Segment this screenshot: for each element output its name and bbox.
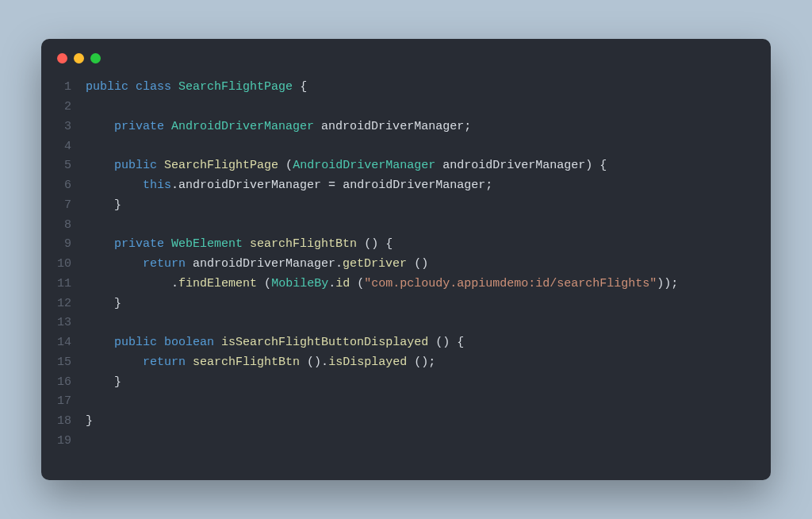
token-method: findElement — [178, 277, 257, 290]
code-line[interactable] — [86, 98, 678, 117]
token-punct: () — [364, 237, 378, 251]
token-sp — [335, 179, 343, 192]
line-number: 3 — [57, 117, 71, 137]
token-punct: } — [114, 375, 121, 389]
token-sp — [407, 257, 414, 271]
line-number: 2 — [57, 98, 71, 117]
token-method: id — [335, 277, 350, 290]
token-punct: = — [328, 179, 335, 192]
token-sp — [186, 356, 193, 369]
token-sp — [592, 159, 599, 172]
token-punct: ; — [485, 179, 492, 192]
code-line[interactable] — [86, 432, 678, 452]
code-line[interactable]: } — [86, 412, 678, 432]
token-kw: private — [114, 237, 164, 251]
line-number: 16 — [57, 373, 71, 393]
line-number: 18 — [57, 412, 71, 432]
token-sp — [321, 179, 328, 192]
token-method: searchFlightBtn — [250, 237, 357, 251]
token-punct: . — [335, 257, 343, 271]
token-kw: public — [114, 159, 157, 172]
line-number: 19 — [57, 432, 71, 452]
code-line[interactable] — [86, 313, 678, 333]
token-kw: return — [143, 257, 186, 271]
token-kw: public — [114, 336, 157, 349]
token-type: AndroidDriverManager — [171, 120, 314, 133]
token-str: "com.pcloudy.appiumdemo:id/searchFlights… — [364, 277, 657, 290]
close-icon[interactable] — [57, 53, 67, 63]
token-punct: (). — [307, 356, 328, 369]
token-punct: () — [435, 336, 450, 349]
code-line[interactable]: return searchFlightBtn ().isDisplayed ()… — [86, 353, 678, 373]
token-sp — [278, 159, 285, 172]
token-kw: boolean — [164, 336, 214, 349]
code-line[interactable]: private AndroidDriverManager androidDriv… — [86, 117, 678, 137]
line-number: 4 — [57, 137, 71, 157]
code-line[interactable] — [86, 137, 678, 157]
token-punct: . — [171, 179, 178, 192]
token-type: WebElement — [171, 237, 243, 251]
token-sp — [357, 237, 364, 251]
maximize-icon[interactable] — [90, 53, 101, 63]
token-sp — [186, 257, 193, 271]
code-line[interactable]: public class SearchFlightPage { — [86, 78, 678, 98]
token-sp — [300, 356, 307, 369]
line-number: 15 — [57, 353, 71, 373]
token-punct: () — [414, 257, 428, 271]
code-line[interactable]: } — [86, 196, 678, 216]
line-number: 14 — [57, 333, 71, 353]
token-method: SearchFlightPage — [164, 159, 278, 172]
token-sp — [407, 356, 414, 369]
line-number: 11 — [57, 275, 71, 294]
token-punct: ( — [264, 277, 271, 290]
token-punct: } — [114, 297, 121, 310]
token-sp — [164, 120, 171, 133]
token-sp — [314, 120, 321, 133]
token-type: MobileBy — [271, 277, 328, 290]
line-number: 1 — [57, 78, 71, 98]
code-content[interactable]: public class SearchFlightPage { private … — [86, 78, 678, 451]
token-type: SearchFlightPage — [178, 80, 293, 94]
line-number: 7 — [57, 196, 71, 216]
token-sp — [171, 80, 178, 94]
token-punct: (); — [414, 356, 435, 369]
token-ident: androidDriverManager — [321, 120, 464, 133]
token-punct: ( — [357, 277, 364, 290]
code-line[interactable]: return androidDriverManager.getDriver () — [86, 255, 678, 275]
code-line[interactable]: this.androidDriverManager = androidDrive… — [86, 176, 678, 196]
code-line[interactable]: .findElement (MobileBy.id ("com.pcloudy.… — [86, 275, 678, 294]
token-sp — [243, 237, 250, 251]
token-method: getDriver — [343, 257, 407, 271]
token-sp — [164, 237, 171, 251]
token-kw: this — [143, 179, 171, 192]
token-punct: { — [385, 237, 393, 251]
code-line[interactable]: public boolean isSearchFlightButtonDispl… — [86, 333, 678, 353]
code-area[interactable]: 12345678910111213141516171819 public cla… — [41, 70, 771, 479]
token-ident: androidDriverManager — [442, 159, 585, 172]
line-number: 12 — [57, 294, 71, 314]
token-sp — [293, 80, 300, 94]
line-number: 13 — [57, 313, 71, 333]
token-sp — [378, 237, 385, 251]
token-sp — [214, 336, 221, 349]
token-sp — [350, 277, 357, 290]
token-sp — [128, 80, 136, 94]
code-line[interactable] — [86, 392, 678, 412]
token-method: isSearchFlightButtonDisplayed — [221, 336, 428, 349]
token-punct: . — [171, 277, 178, 290]
code-line[interactable]: } — [86, 373, 678, 393]
token-punct: )); — [657, 277, 678, 290]
minimize-icon[interactable] — [74, 53, 84, 63]
token-punct: { — [599, 159, 607, 172]
code-line[interactable]: public SearchFlightPage (AndroidDriverMa… — [86, 156, 678, 176]
code-line[interactable]: } — [86, 294, 678, 314]
code-line[interactable]: private WebElement searchFlightBtn () { — [86, 235, 678, 255]
code-line[interactable] — [86, 216, 678, 236]
token-punct: . — [328, 277, 335, 290]
code-editor-window: 12345678910111213141516171819 public cla… — [41, 39, 771, 479]
line-number-gutter: 12345678910111213141516171819 — [57, 78, 86, 451]
token-kw: public — [86, 80, 128, 94]
token-punct: } — [86, 414, 93, 428]
titlebar — [41, 39, 771, 70]
token-ident: androidDriverManager — [343, 179, 485, 192]
